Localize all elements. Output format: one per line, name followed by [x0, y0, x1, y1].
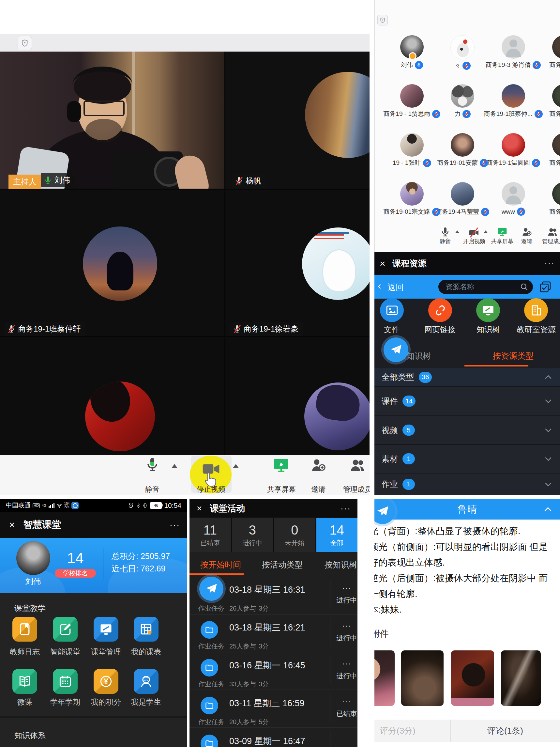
- files-shortcut[interactable]: [380, 298, 404, 322]
- attachment-photo[interactable]: [501, 650, 541, 706]
- app-teacher-journal[interactable]: [12, 617, 37, 642]
- participant[interactable]: 商务19: [539, 179, 560, 228]
- participant[interactable]: 商务19-1班蔡仲...: [488, 82, 539, 131]
- app-my-timetable[interactable]: [134, 617, 159, 642]
- mute-label[interactable]: 静音: [141, 485, 164, 494]
- user-avatar[interactable]: [16, 541, 50, 575]
- video-tile[interactable]: [225, 189, 370, 336]
- attachment-photo[interactable]: [451, 650, 494, 706]
- search-input[interactable]: [445, 282, 520, 291]
- chevron-down-icon[interactable]: [544, 454, 553, 463]
- mic-options-arrow[interactable]: [171, 464, 178, 468]
- participant[interactable]: 力: [437, 82, 488, 131]
- tab-by-activity-type[interactable]: 按活动类型: [262, 559, 303, 570]
- app-label[interactable]: 我是学生: [122, 697, 170, 707]
- mic-muted-icon[interactable]: [535, 110, 543, 118]
- category-row[interactable]: 作业 1: [374, 473, 560, 495]
- back-chevron-icon[interactable]: ‹: [378, 280, 381, 292]
- mic-muted-icon[interactable]: [432, 208, 440, 216]
- score-tab[interactable]: 评分(3分): [380, 725, 416, 737]
- app-class-manage[interactable]: [94, 617, 118, 642]
- floating-send-button[interactable]: [199, 577, 223, 601]
- share-screen-label[interactable]: 共享屏幕: [491, 238, 514, 245]
- chevron-up-icon[interactable]: [543, 505, 553, 514]
- tab-by-resource-type[interactable]: 按资源类型: [493, 351, 534, 361]
- participant[interactable]: 商务19: [539, 131, 560, 179]
- chevron-down-icon[interactable]: [544, 480, 553, 489]
- mic-muted-icon[interactable]: [432, 110, 440, 118]
- mic-muted-icon[interactable]: [481, 208, 489, 216]
- app-i-am-student[interactable]: [134, 669, 159, 694]
- mic-muted-icon[interactable]: [423, 159, 431, 167]
- manage-members-button[interactable]: [350, 458, 365, 473]
- chevron-up-icon[interactable]: [544, 373, 553, 382]
- stat-all[interactable]: 14全部: [316, 518, 358, 552]
- attachment-photo[interactable]: [374, 650, 395, 706]
- activity-item[interactable]: 03-09 星期一 16:47: [189, 727, 357, 747]
- shield-icon[interactable]: [18, 36, 32, 50]
- app-smart-class[interactable]: [53, 617, 78, 642]
- more-icon[interactable]: ···: [342, 583, 351, 592]
- office-resources-shortcut[interactable]: [524, 298, 548, 322]
- mic-muted-icon[interactable]: [517, 208, 525, 216]
- share-screen-button[interactable]: [497, 227, 507, 237]
- knowledge-tree-label[interactable]: 知识树: [476, 325, 501, 335]
- search-box[interactable]: [438, 280, 533, 294]
- app-label[interactable]: 我的课表: [122, 647, 170, 657]
- chevron-down-icon[interactable]: [544, 396, 553, 406]
- participant[interactable]: 商务19: [539, 82, 560, 131]
- participant[interactable]: www: [488, 179, 539, 228]
- mic-options-arrow[interactable]: [455, 230, 459, 233]
- video-tile-host[interactable]: [0, 52, 224, 189]
- participant[interactable]: 商务19-01宗文路: [386, 179, 437, 228]
- mute-button[interactable]: [440, 227, 450, 237]
- manage-members-label[interactable]: 管理成员: [343, 485, 370, 494]
- share-screen-button[interactable]: [273, 457, 290, 474]
- weblink-shortcut[interactable]: [428, 298, 452, 322]
- video-tile[interactable]: [225, 337, 370, 455]
- category-row[interactable]: 全部类型 36: [374, 368, 560, 387]
- office-resources-label[interactable]: 教研室资源: [516, 325, 556, 335]
- more-icon[interactable]: ···: [342, 621, 351, 630]
- participant[interactable]: 19 - 1张叶: [386, 131, 437, 179]
- mic-muted-icon[interactable]: [532, 159, 540, 167]
- participant[interactable]: 商务19: [539, 33, 560, 82]
- tab-by-start-time[interactable]: 按开始时间: [200, 559, 241, 570]
- more-icon[interactable]: ···: [169, 520, 180, 530]
- video-options-arrow[interactable]: [233, 464, 239, 468]
- close-icon[interactable]: ×: [380, 258, 385, 269]
- mute-button[interactable]: [144, 457, 160, 472]
- manage-members-button[interactable]: [547, 227, 558, 237]
- participant[interactable]: 商务19-01安蒙: [437, 131, 488, 179]
- files-label[interactable]: 文件: [382, 325, 401, 335]
- more-icon[interactable]: ···: [342, 697, 351, 706]
- invite-label[interactable]: 邀请: [521, 238, 532, 245]
- stat-not-started[interactable]: 0未开始: [274, 518, 315, 552]
- profile-card[interactable]: 刘伟 14 学校排名 总积分: 2505.97 近七日: 762.69: [0, 538, 187, 593]
- category-row[interactable]: 视频 5: [374, 416, 560, 445]
- more-icon[interactable]: ···: [342, 659, 351, 668]
- video-tile[interactable]: [0, 189, 224, 336]
- participant[interactable]: 商务19-4马莹莹: [437, 179, 488, 228]
- activity-item[interactable]: 03-18 星期三 16:31 作业任务 26人参与 3分 ··· 进行中: [189, 576, 357, 615]
- activity-item[interactable]: 03-18 星期三 16:21 作业任务 25人参与 3分 ··· 进行中: [189, 614, 357, 652]
- mic-muted-icon[interactable]: [462, 110, 471, 118]
- shield-icon[interactable]: [377, 15, 388, 25]
- video-tile[interactable]: [0, 337, 224, 455]
- more-icon[interactable]: ···: [544, 258, 555, 268]
- participant[interactable]: 刘伟: [386, 33, 437, 82]
- floating-send-button[interactable]: [383, 337, 408, 362]
- category-row[interactable]: 素材 1: [374, 445, 560, 473]
- category-row[interactable]: 课件 14: [374, 387, 560, 416]
- chevron-down-icon[interactable]: [544, 426, 553, 435]
- tab-by-knowledge-tree[interactable]: 按知识树: [324, 559, 357, 570]
- search-icon[interactable]: [520, 283, 528, 291]
- app-my-points[interactable]: [94, 669, 118, 694]
- weblink-label[interactable]: 网页链接: [424, 325, 456, 335]
- knowledge-tree-shortcut[interactable]: [476, 298, 500, 322]
- invite-label[interactable]: 邀请: [311, 485, 326, 494]
- multi-select-icon[interactable]: [539, 281, 552, 293]
- app-micro-course[interactable]: [12, 669, 37, 694]
- comments-tab[interactable]: 评论(1条): [450, 725, 560, 737]
- mic-on-icon[interactable]: [415, 61, 423, 69]
